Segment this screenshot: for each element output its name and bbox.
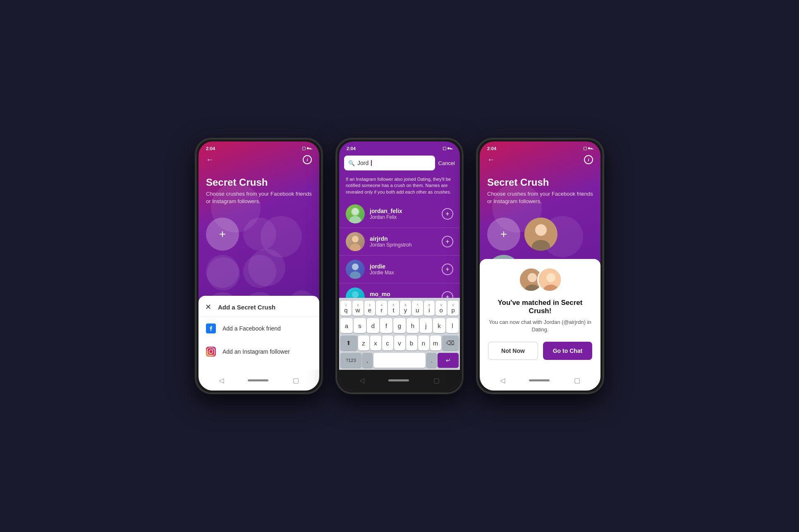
key-comma[interactable]: , — [362, 353, 373, 368]
phone1-info-button[interactable]: i — [303, 155, 312, 164]
key-c[interactable]: c — [382, 335, 393, 350]
phone1-status-icons — [302, 147, 312, 150]
key-i[interactable]: 8i — [424, 301, 435, 316]
signal-icon — [302, 147, 306, 150]
key-a[interactable]: a — [340, 318, 353, 333]
key-r[interactable]: 4r — [376, 301, 387, 316]
wifi-icon — [307, 147, 309, 149]
scene: 2:04 ← i Secret Crush Choose crushes fro… — [195, 138, 604, 394]
sheet-header: ✕ Add a Secret Crush — [199, 302, 319, 317]
result-item-2[interactable]: jordie Jordie Max + — [339, 256, 460, 283]
key-backspace[interactable]: ⌫ — [442, 335, 459, 350]
phone2-back-nav[interactable]: ◁ — [359, 376, 364, 384]
power-button — [322, 180, 323, 205]
phone3-signal-icon — [584, 147, 587, 150]
phone3-recents-nav[interactable]: ▢ — [574, 376, 580, 384]
phone1-time: 2:04 — [206, 146, 215, 151]
phone2-home-nav[interactable] — [388, 379, 409, 381]
result-item-0[interactable]: jordan_felix Jordan Felix + — [339, 200, 460, 228]
result-info-0: jordan_felix Jordan Felix — [370, 208, 437, 220]
match-avatar-2 — [537, 267, 562, 292]
home-nav-pill[interactable] — [248, 379, 268, 381]
svg-point-31 — [546, 273, 555, 282]
match-buttons: Not Now Go to Chat — [488, 342, 592, 360]
key-z[interactable]: z — [358, 335, 369, 350]
recents-nav-icon[interactable]: ▢ — [293, 376, 299, 384]
add-facebook-friend-item[interactable]: Add a Facebook friend — [199, 317, 319, 340]
result-avatar-1 — [346, 232, 365, 251]
search-notice: If an Instagram follower also joined Dat… — [339, 173, 460, 200]
phone2-recents-nav[interactable]: ▢ — [433, 376, 440, 384]
key-u[interactable]: 7u — [412, 301, 423, 316]
key-s[interactable]: s — [354, 318, 366, 333]
key-t[interactable]: 5t — [388, 301, 399, 316]
key-d[interactable]: d — [367, 318, 379, 333]
facebook-option-label: Add a Facebook friend — [222, 325, 281, 332]
back-nav-icon[interactable]: ◁ — [219, 376, 224, 384]
search-bar-area: 🔍 Jord Cancel — [339, 153, 460, 173]
key-j[interactable]: j — [420, 318, 432, 333]
go-to-chat-button[interactable]: Go to Chat — [543, 342, 592, 360]
svg-point-16 — [535, 224, 547, 236]
result-username-1: airjrdn — [370, 235, 437, 242]
phone2-status-icons — [443, 147, 452, 150]
key-n[interactable]: n — [418, 335, 429, 350]
phone3-home-nav[interactable] — [529, 379, 550, 381]
key-y[interactable]: 6y — [400, 301, 411, 316]
cancel-button[interactable]: Cancel — [438, 160, 455, 166]
result-username-2: jordie — [370, 263, 437, 270]
phone3-crush-slot-1 — [524, 218, 557, 251]
phone-3-screen: 2:04 ← i Secret Crush Choose crushes fro… — [480, 141, 600, 391]
key-shift[interactable]: ⬆ — [340, 335, 357, 350]
phone1-back-button[interactable]: ← — [206, 156, 213, 164]
phone3-info-button[interactable]: i — [584, 155, 593, 164]
phone3-title: Secret Crush — [480, 164, 600, 190]
add-button-2[interactable]: + — [442, 264, 453, 275]
result-info-1: airjrdn Jordan Springstroh — [370, 235, 437, 248]
key-x[interactable]: x — [370, 335, 381, 350]
key-b[interactable]: b — [406, 335, 417, 350]
search-text[interactable]: Jord — [357, 160, 368, 166]
phone3-wifi-icon — [588, 147, 590, 149]
phone-1-screen: 2:04 ← i Secret Crush Choose crushes fro… — [199, 141, 319, 391]
key-o[interactable]: 9o — [435, 301, 447, 316]
key-m[interactable]: m — [430, 335, 441, 350]
svg-point-12 — [350, 271, 361, 279]
phone2-signal-icon — [443, 147, 446, 150]
key-v[interactable]: v — [394, 335, 405, 350]
add-button-0[interactable]: + — [442, 208, 453, 220]
phone3-battery-icon — [591, 148, 594, 149]
phone3-back-button[interactable]: ← — [487, 156, 495, 164]
sheet-close-button[interactable]: ✕ — [205, 302, 211, 312]
svg-point-28 — [528, 273, 537, 282]
kb-bottom-row: ?123 , . ↵ — [339, 352, 460, 370]
key-period[interactable]: . — [426, 353, 437, 368]
add-instagram-follower-item[interactable]: Add an Instagram follower — [199, 340, 319, 363]
phone3-back-nav[interactable]: ◁ — [500, 376, 505, 384]
not-now-button[interactable]: Not Now — [488, 342, 538, 360]
key-f[interactable]: f — [380, 318, 392, 333]
key-w[interactable]: 2w — [352, 301, 364, 316]
key-numswitch[interactable]: ?123 — [340, 353, 361, 368]
phone2-nav-bar: ◁ ▢ — [339, 370, 460, 391]
key-l[interactable]: l — [446, 318, 459, 333]
phone1-title: Secret Crush — [199, 164, 319, 190]
key-h[interactable]: h — [407, 318, 419, 333]
phone-3: 2:04 ← i Secret Crush Choose crushes fro… — [476, 138, 604, 394]
key-e[interactable]: 3e — [364, 301, 376, 316]
add-button-1[interactable]: + — [442, 236, 453, 247]
phone-2: 2:04 🔍 Jord Cancel If an Instagram follo… — [335, 138, 464, 394]
key-g[interactable]: g — [393, 318, 406, 333]
kb-row-3: ⬆ z x c v b n m ⌫ — [339, 334, 460, 352]
key-q[interactable]: 1q — [340, 301, 352, 316]
result-item-1[interactable]: airjrdn Jordan Springstroh + — [339, 228, 460, 256]
empty-slot-1 — [243, 218, 276, 251]
svg-point-10 — [350, 244, 361, 251]
result-name-2: Jordie Max — [370, 270, 437, 276]
phone3-add-crush-button[interactable]: + — [487, 218, 520, 251]
key-p[interactable]: 0p — [447, 301, 459, 316]
add-crush-button[interactable]: + — [206, 218, 239, 251]
key-k[interactable]: k — [433, 318, 445, 333]
key-enter[interactable]: ↵ — [438, 353, 459, 368]
key-space[interactable] — [373, 353, 426, 368]
